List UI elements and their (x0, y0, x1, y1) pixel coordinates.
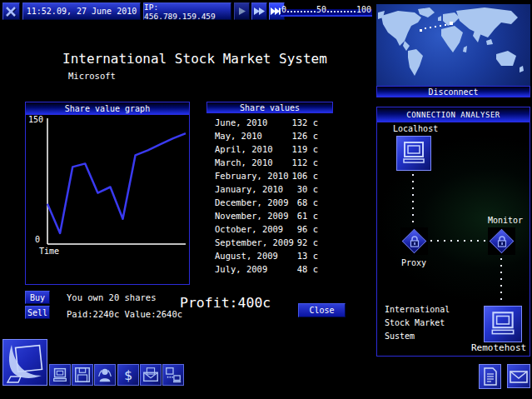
clock-text: 11:52.09, 27 June 2010 (27, 7, 137, 16)
remotehost-label: Remotehost (471, 342, 530, 353)
proxy-label: Proxy (401, 258, 426, 267)
close-icon (4, 4, 18, 18)
list-item: May, 2010126 c (206, 129, 333, 142)
route-dots-horizontal (430, 240, 485, 242)
list-item: August, 200913 c (206, 249, 333, 262)
server-name-line-2: Stock Market (385, 318, 445, 327)
uplink-swoosh-icon (4, 341, 46, 384)
open-envelope-icon (142, 366, 160, 384)
gauge-max-label: 100 (356, 5, 371, 15)
list-item: October, 200996 c (206, 222, 333, 236)
share-month: January, 2010 (215, 184, 283, 194)
hardware-button[interactable] (49, 364, 71, 386)
connections-button[interactable] (162, 364, 184, 386)
shares-owned-text: You own 20 shares (67, 292, 156, 302)
page-subtitle: Microsoft (68, 71, 116, 81)
share-values-title: Share values (240, 103, 300, 112)
world-map (376, 4, 530, 86)
share-graph-plot (26, 115, 189, 283)
share-graph-header: Share value graph (26, 102, 189, 115)
share-value: 132 c (291, 117, 318, 127)
list-item: September, 200992 c (206, 236, 333, 249)
disconnect-button[interactable]: Disconnect (376, 86, 530, 97)
list-item: March, 2010112 c (206, 156, 333, 169)
continents (378, 7, 524, 76)
gauge-leader (327, 11, 355, 12)
share-month: March, 2010 (215, 157, 273, 167)
svg-text:$: $ (124, 367, 132, 383)
gauge-leader (287, 11, 316, 12)
speed-fast-button[interactable] (251, 2, 267, 20)
padlock-icon (496, 235, 508, 247)
share-month: June, 2010 (215, 117, 267, 127)
devices-icon (164, 366, 182, 384)
list-item: April, 2010119 c (206, 142, 333, 156)
play-icon (236, 5, 248, 17)
news-document-icon (480, 366, 500, 387)
share-value: 48 c (297, 264, 318, 274)
gauge-min-label: 0 (281, 5, 286, 15)
share-value: 126 c (291, 131, 318, 141)
share-month: July, 2009 (215, 264, 267, 274)
x-axis-label: Time (39, 247, 59, 256)
speed-normal-button[interactable] (234, 2, 250, 20)
share-graph-title: Share value graph (65, 104, 150, 113)
computer-icon (51, 366, 69, 384)
server-name-line-1: International (385, 305, 450, 314)
share-values-list: June, 2010132 cMay, 2010126 cApril, 2010… (206, 116, 333, 276)
share-month: October, 2009 (215, 224, 283, 234)
ip-display: IP: 456.789.159.459 (143, 2, 231, 20)
share-month: September, 2009 (215, 237, 294, 247)
share-value: 119 c (291, 144, 318, 154)
email-button[interactable] (507, 364, 530, 388)
analyser-header: CONNECTION ANALYSER (377, 107, 530, 122)
share-month: August, 2009 (215, 251, 278, 261)
proxy-node-icon (400, 227, 428, 255)
floppy-disk-icon (73, 366, 92, 384)
share-month: February, 2010 (215, 171, 289, 181)
sell-label: Sell (27, 308, 47, 317)
disconnect-label: Disconnect (428, 87, 478, 97)
status-button[interactable] (94, 364, 116, 386)
close-button[interactable]: Close (298, 303, 346, 317)
server-name-line-3: Sustem (385, 332, 415, 341)
share-month: April, 2010 (215, 144, 273, 154)
cpu-usage-gauge[interactable]: 0 50 100 (281, 4, 372, 17)
share-graph-panel: Share value graph 150 0 Time (25, 102, 190, 285)
share-value: 96 c (297, 224, 318, 234)
uplink-logo-button[interactable] (2, 339, 47, 386)
list-item: November, 200961 c (206, 209, 333, 222)
list-item: June, 2010132 c (206, 116, 333, 129)
buy-label: Buy (30, 293, 45, 302)
clock-display: 11:52.09, 27 June 2010 (22, 2, 141, 20)
share-value: 112 c (291, 157, 318, 167)
list-item: December, 200968 c (206, 196, 333, 209)
y-min-label: 0 (35, 235, 40, 244)
paid-value-text: Paid:2240c Value:2640c (67, 309, 182, 319)
share-value: 61 c (297, 211, 318, 221)
list-item: February, 2010106 c (206, 169, 333, 182)
localhost-label: Localhost (393, 124, 438, 133)
monitor-node-icon (488, 227, 515, 255)
computer-glyph (399, 138, 429, 168)
share-value: 13 c (297, 251, 318, 261)
uplink-screen: 11:52.09, 27 June 2010 IP: 456.789.159.4… (0, 0, 532, 399)
ip-text: IP: 456.789.159.459 (144, 2, 231, 21)
send-mail-button[interactable] (140, 364, 162, 386)
connection-analyser-panel: CONNECTION ANALYSER Localhost (376, 107, 530, 357)
remote-computer-icon (484, 306, 522, 342)
news-button[interactable] (479, 364, 501, 389)
email-envelope-icon (509, 367, 529, 387)
route-dots-vertical-2 (500, 258, 502, 303)
close-window-button[interactable] (2, 2, 20, 20)
share-price-line (47, 133, 186, 233)
share-value: 106 c (291, 171, 318, 181)
memory-button[interactable] (72, 364, 93, 386)
finance-button[interactable]: $ (117, 364, 139, 386)
share-month: November, 2009 (215, 211, 289, 221)
y-max-label: 150 (28, 115, 43, 124)
monitor-label: Monitor (488, 216, 523, 225)
dollar-icon: $ (119, 366, 137, 384)
sell-button[interactable]: Sell (25, 306, 50, 319)
buy-button[interactable]: Buy (25, 291, 50, 304)
